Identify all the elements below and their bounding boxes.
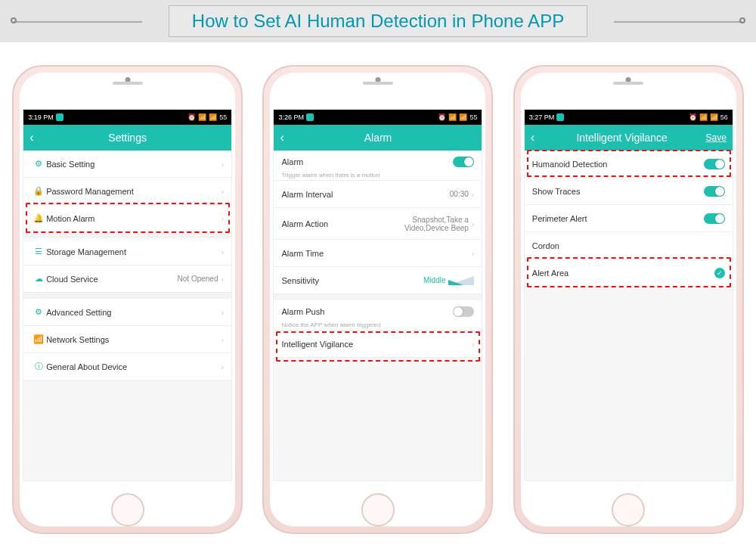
row-alarm-action[interactable]: Alarm Action Snapshot,Take a Video,Devic… [274,208,482,240]
row-cordon[interactable]: Cordon [525,232,733,259]
chevron-right-icon: › [218,362,224,371]
row-value: Snapshot,Take a Video,Device Beep [370,216,469,232]
connector-line-left [14,21,142,23]
row-cloud-service[interactable]: ☁ Cloud Service Not Opened › [23,266,231,293]
wifi-icon: 📶 [459,113,467,121]
chevron-right-icon: › [469,190,475,199]
alarm-clock-icon: ⏰ [438,113,446,121]
status-bar: 3:19 PM ⏰ 📶 📶 55 [23,110,231,125]
phone-frame-2: 3:26 PM ⏰ 📶 📶 55 ‹ Alarm [262,65,493,534]
status-bar: 3:27 PM ⏰ 📶 📶 56 [525,110,733,125]
row-storage-management[interactable]: ☰ Storage Management › [23,238,231,266]
row-label: Cordon [532,241,725,250]
toggle-alarm[interactable] [453,157,474,167]
back-icon[interactable]: ‹ [29,131,37,144]
app-header-alarm: ‹ Alarm [274,125,482,151]
row-label: Alarm Interval [281,190,449,199]
signal-icon: 📶 [198,113,206,121]
row-alarm-toggle[interactable]: Alarm Trigger alarm when there is a moti… [274,151,482,181]
row-label: Alarm Push [281,307,453,316]
row-subtext: Notice the APP when alarm triggered [281,321,380,328]
alarm-clock-icon: ⏰ [187,113,196,121]
app-header-settings: ‹ Settings [23,125,231,151]
row-show-traces[interactable]: Show Traces [525,178,733,205]
row-basic-setting[interactable]: ⚙ Basic Setting › [23,151,231,178]
row-value: 00:30 [450,190,469,198]
row-label: Alarm [281,157,453,166]
row-intelligent-vigilance[interactable]: Intelligent Vigilance › [274,331,482,358]
phone-speaker [613,82,643,85]
row-alarm-interval[interactable]: Alarm Interval 00:30 › [274,181,482,208]
app-indicator-icon [56,113,64,121]
screen-intelligent-vigilance: 3:27 PM ⏰ 📶 📶 56 ‹ Intelligent Vigilance… [524,109,733,481]
chevron-right-icon: › [469,340,475,349]
row-humanoid-detection[interactable]: Humanoid Detection [525,151,733,178]
row-label: Alert Area [532,269,714,278]
screen-settings: 3:19 PM ⏰ 📶 📶 55 ‹ Settings [23,109,232,481]
alarm-list: Alarm Trigger alarm when there is a moti… [274,151,482,358]
row-label: Cloud Service [46,275,177,284]
save-button[interactable]: Save [705,132,726,143]
app-header-vigilance: ‹ Intelligent Vigilance Save [525,125,733,151]
row-advanced-setting[interactable]: ⚙ Advanced Setting › [23,299,231,326]
back-icon[interactable]: ‹ [280,131,287,144]
battery-icon: 55 [469,113,477,121]
alarm-clock-icon: ⏰ [689,113,697,121]
app-indicator-icon [306,113,314,121]
cloud-icon: ☁ [31,274,46,284]
row-label: Sensitivity [281,276,423,285]
chevron-right-icon: › [218,275,224,284]
row-subtext: Trigger alarm when there is a motion [281,172,380,179]
row-label: Humanoid Detection [532,160,704,169]
status-time: 3:26 PM [278,113,304,121]
row-label: Storage Management [46,247,218,256]
row-motion-alarm[interactable]: 🔔 Motion Alarm › [23,205,231,232]
toggle-humanoid[interactable] [704,159,725,169]
bell-icon: 🔔 [31,213,46,223]
row-perimeter-alert[interactable]: Perimeter Alert [525,205,733,232]
battery-icon: 56 [720,113,728,121]
home-button[interactable] [111,493,144,526]
row-label: Show Traces [532,187,704,196]
home-button[interactable] [361,493,395,526]
row-alert-area[interactable]: Alert Area ✓ [525,259,733,287]
sliders-icon: ⚙ [31,307,46,317]
phones-row: 3:19 PM ⏰ 📶 📶 55 ‹ Settings [0,42,756,542]
tutorial-title-bar: How to Set AI Human Detection in Phone A… [0,0,756,42]
row-network-settings[interactable]: 📶 Network Settings › [23,326,231,353]
status-time: 3:19 PM [28,113,54,121]
row-label: Perimeter Alert [532,214,704,223]
row-general-about[interactable]: ⓘ General About Device › [23,353,231,380]
status-bar: 3:26 PM ⏰ 📶 📶 55 [274,110,482,125]
battery-icon: 55 [219,113,227,121]
header-title: Intelligent Vigilance [538,132,706,144]
chevron-right-icon: › [469,219,475,228]
info-icon: ⓘ [31,361,46,372]
row-sensitivity[interactable]: Sensitivity Middle [274,267,482,294]
signal-icon: 📶 [448,113,457,121]
row-label: Intelligent Vigilance [281,340,468,349]
chevron-right-icon: › [469,249,475,258]
phone-frame-1: 3:19 PM ⏰ 📶 📶 55 ‹ Settings [12,65,243,534]
chevron-right-icon: › [218,308,224,317]
row-label: General About Device [46,362,218,371]
chevron-right-icon: › [218,247,224,256]
back-icon[interactable]: ‹ [531,131,538,144]
row-password-management[interactable]: 🔒 Password Management › [23,178,231,205]
toggle-perimeter[interactable] [704,213,725,224]
sensitivity-gauge-icon [448,276,474,285]
row-alarm-push[interactable]: Alarm Push Notice the APP when alarm tri… [274,300,482,331]
status-time: 3:27 PM [529,113,555,121]
home-button[interactable] [612,493,645,526]
toggle-traces[interactable] [704,186,725,197]
toggle-alarm-push[interactable] [453,306,474,317]
row-label: Alarm Action [281,219,370,228]
header-title: Alarm [287,132,468,144]
chevron-right-icon: › [218,335,224,344]
header-title: Settings [37,132,218,144]
row-value: Middle [423,276,445,284]
wifi-icon: 📶 [31,334,46,344]
row-alarm-time[interactable]: Alarm Time › [274,240,482,267]
chevron-right-icon: › [218,160,224,169]
row-label: Advanced Setting [46,308,218,317]
